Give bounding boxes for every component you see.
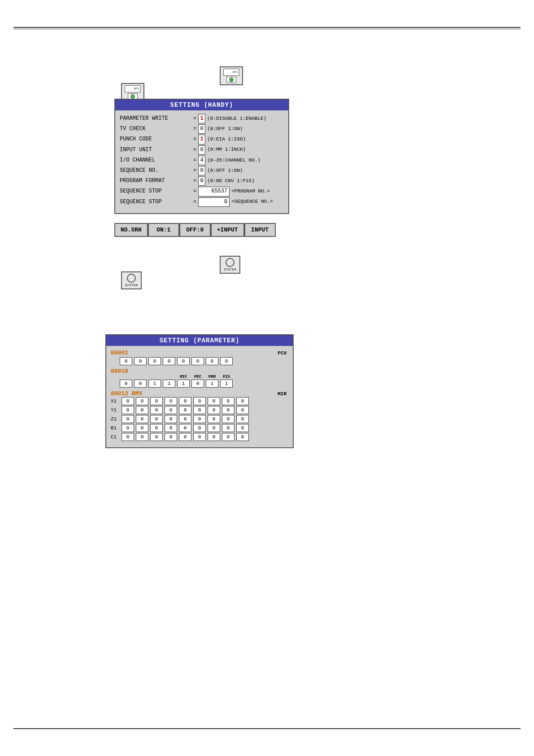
cell-c1-0[interactable]: 0 <box>136 433 148 441</box>
cell-x1-init[interactable]: 0 <box>122 397 134 405</box>
cell-b1-1[interactable]: 0 <box>150 424 163 432</box>
cell-b1-2[interactable]: 0 <box>165 424 177 432</box>
cell-x1-6[interactable]: 0 <box>222 397 234 405</box>
cell-z1-0[interactable]: 0 <box>136 415 148 423</box>
cell-00010-0[interactable]: 0 <box>120 380 132 388</box>
param-row-prog-fmt: PROGRAM FORMAT = 0 (0:NO CNV 1:F15) <box>120 176 284 186</box>
param-number-00010: 00010 <box>111 368 128 375</box>
cell-b1-init[interactable]: 0 <box>122 424 134 432</box>
cell-00010-2[interactable]: 1 <box>148 380 161 388</box>
param-val-seq-stop-seq[interactable]: 0 <box>198 197 230 207</box>
cell-c1-2[interactable]: 0 <box>165 433 177 441</box>
cell-c1-7[interactable]: 0 <box>236 433 249 441</box>
param-val-input-unit[interactable]: 0 <box>198 145 205 155</box>
cell-00010-7[interactable]: 1 <box>220 380 233 388</box>
cell-y1-4[interactable]: 0 <box>193 406 206 414</box>
param-val-prog-fmt[interactable]: 0 <box>198 176 205 186</box>
param-label-seq-no: SEQUENCE NO. <box>120 166 191 175</box>
cell-z1-7[interactable]: 0 <box>236 415 249 423</box>
cell-b1-6[interactable]: 0 <box>222 424 234 432</box>
param-section-00012: 00012 RMV MIR X1 0 0 0 0 0 0 0 0 0 Y1 0 … <box>111 390 288 441</box>
cell-x1-7[interactable]: 0 <box>236 397 249 405</box>
cell-c1-4[interactable]: 0 <box>193 433 206 441</box>
cell-b1-5[interactable]: 0 <box>208 424 220 432</box>
param-val-seq-no[interactable]: 0 <box>198 166 205 175</box>
cell-00010-3[interactable]: 1 <box>163 380 175 388</box>
cell-00001-2[interactable]: 0 <box>148 357 161 365</box>
param-desc-write: (0:DISABLE 1:ENABLE) <box>207 115 266 123</box>
param-row-write: PARAMETER WRITE = 1 (0:DISABLE 1:ENABLE) <box>120 114 284 123</box>
param-val-write[interactable]: 1 <box>198 114 205 123</box>
cell-c1-3[interactable]: 0 <box>179 433 191 441</box>
cell-y1-3[interactable]: 0 <box>179 406 191 414</box>
cell-c1-5[interactable]: 0 <box>208 433 220 441</box>
cell-00010-1[interactable]: 0 <box>134 380 147 388</box>
param-val-punch[interactable]: 1 <box>198 135 205 144</box>
cell-b1-4[interactable]: 0 <box>193 424 206 432</box>
param-grid-b1: B1 0 0 0 0 0 0 0 0 0 <box>111 424 288 432</box>
cell-00010-6[interactable]: 1 <box>206 380 218 388</box>
cell-z1-init[interactable]: 0 <box>122 415 134 423</box>
cell-x1-1[interactable]: 0 <box>150 397 163 405</box>
btn-input[interactable]: INPUT <box>244 223 276 237</box>
param-val-tv[interactable]: 0 <box>198 124 205 134</box>
btn-off0-label: OFF:0 <box>186 227 204 233</box>
cell-00001-4[interactable]: 0 <box>177 357 190 365</box>
cell-00001-5[interactable]: 0 <box>191 357 204 365</box>
cell-y1-0[interactable]: 0 <box>136 406 148 414</box>
param-val-seq-stop-prog[interactable]: 65537 <box>198 187 230 196</box>
cell-b1-3[interactable]: 0 <box>179 424 191 432</box>
cell-y1-init[interactable]: 0 <box>122 406 134 414</box>
cell-y1-6[interactable]: 0 <box>222 406 234 414</box>
param-row-seq-stop-seq: SEQUENCE STOP = 0 <SEQUENCE NO.> <box>120 197 284 207</box>
cell-y1-5[interactable]: 0 <box>208 406 220 414</box>
mir-label: MIR <box>278 391 287 397</box>
setting-param-body: 00001 FCU 0 0 0 0 0 0 0 0 00010 <box>106 346 293 447</box>
param-row-tv: TV CHECK = 0 (0:OFF 1:ON) <box>120 124 284 134</box>
param-eq-punch: = <box>193 135 196 144</box>
cell-z1-4[interactable]: 0 <box>193 415 206 423</box>
cell-z1-3[interactable]: 0 <box>179 415 191 423</box>
param-label-seq-stop-seq: SEQUENCE STOP <box>120 198 191 206</box>
btn-off0[interactable]: OFF:0 <box>179 223 211 237</box>
btn-no-srh[interactable]: NO.SRH <box>114 223 148 237</box>
btn-plus-input[interactable]: +INPUT <box>211 223 244 237</box>
system-icon-l: SYSTEM <box>121 271 142 289</box>
axis-label-x1: X1 <box>111 398 120 404</box>
param-label-write: PARAMETER WRITE <box>120 114 191 123</box>
cell-z1-2[interactable]: 0 <box>165 415 177 423</box>
cell-00001-0[interactable]: 0 <box>120 357 132 365</box>
cell-x1-4[interactable]: 0 <box>193 397 206 405</box>
cell-b1-0[interactable]: 0 <box>136 424 148 432</box>
cell-x1-0[interactable]: 0 <box>136 397 148 405</box>
top-rule-thick <box>13 27 521 28</box>
param-val-io[interactable]: 4 <box>198 156 205 165</box>
cell-00001-3[interactable]: 0 <box>163 357 175 365</box>
cell-x1-2[interactable]: 0 <box>165 397 177 405</box>
btn-on1[interactable]: ON:1 <box>148 223 179 237</box>
cell-c1-init[interactable]: 0 <box>122 433 134 441</box>
cell-c1-6[interactable]: 0 <box>222 433 234 441</box>
cell-y1-7[interactable]: 0 <box>236 406 249 414</box>
cell-z1-6[interactable]: 0 <box>222 415 234 423</box>
param-grid-00001: 0 0 0 0 0 0 0 0 <box>111 357 288 365</box>
cell-x1-3[interactable]: 0 <box>179 397 191 405</box>
param-row-input-unit: INPUT UNIT = 0 (0:MM 1:INCH) <box>120 145 284 155</box>
cell-z1-1[interactable]: 0 <box>150 415 163 423</box>
cell-x1-5[interactable]: 0 <box>208 397 220 405</box>
cell-c1-1[interactable]: 0 <box>150 433 163 441</box>
sys-label-l: SYSTEM <box>125 284 138 287</box>
btn-on1-label: ON:1 <box>156 227 170 233</box>
cell-00001-1[interactable]: 0 <box>134 357 147 365</box>
setting-handy-title: SETTING (HANDY) <box>115 100 288 110</box>
cell-z1-5[interactable]: 0 <box>208 415 220 423</box>
cell-y1-1[interactable]: 0 <box>150 406 163 414</box>
cell-00010-5[interactable]: 0 <box>191 380 204 388</box>
cell-b1-7[interactable]: 0 <box>236 424 249 432</box>
cell-00010-4[interactable]: 1 <box>177 380 190 388</box>
param-eq-write: = <box>193 114 196 123</box>
cell-00001-7[interactable]: 0 <box>220 357 233 365</box>
cell-y1-2[interactable]: 0 <box>165 406 177 414</box>
cell-00001-6[interactable]: 0 <box>206 357 218 365</box>
icon-top-tr: NPS <box>223 69 239 76</box>
